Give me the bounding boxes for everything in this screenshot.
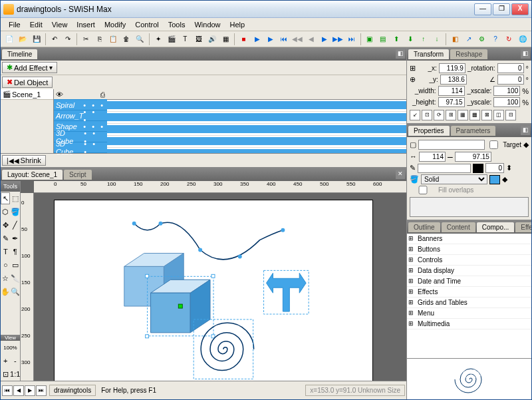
fill-overlaps-checkbox[interactable] (410, 186, 436, 194)
undo-icon[interactable]: ↶ (49, 33, 61, 46)
select-tool-icon[interactable]: ↖ (1, 192, 10, 204)
bwd-icon[interactable]: ↓ (431, 33, 443, 46)
shrink-button[interactable]: |◀◀ Shrink (2, 155, 46, 166)
pen-tool-icon[interactable]: ✒ (11, 232, 20, 244)
layer-row[interactable]: 3D Cube• • • (54, 142, 107, 153)
anchor2-icon[interactable]: ⊡ (422, 110, 432, 120)
script-tab[interactable]: Script (64, 170, 92, 180)
sb-play-icon[interactable]: ▶ (25, 385, 35, 396)
sb-end-icon[interactable]: ⏭ (36, 385, 47, 396)
sb-back-icon[interactable]: ◀ (13, 385, 24, 396)
save-icon[interactable]: 💾 (31, 33, 43, 46)
timeline-tab[interactable]: Timeline (2, 49, 37, 59)
compo-tab[interactable]: Compo... (477, 222, 515, 232)
copy-icon[interactable]: ⎘ (94, 33, 106, 46)
stroke-weight-input[interactable] (485, 163, 504, 173)
export-icon[interactable]: ↗ (462, 33, 474, 46)
front-icon[interactable]: ⬆ (390, 33, 402, 46)
compo-item[interactable]: Effects (407, 287, 531, 298)
back-icon[interactable]: ◀ (305, 33, 317, 46)
anchor5-icon[interactable]: ▦ (458, 110, 468, 120)
close-button[interactable]: X (511, 3, 529, 15)
zoomout-icon[interactable]: - (11, 355, 20, 367)
globe-icon[interactable]: 🌐 (517, 33, 529, 46)
compo-item[interactable]: Controls (407, 255, 531, 266)
ff-icon[interactable]: ▶▶ (332, 33, 344, 46)
refresh-icon[interactable]: ↻ (503, 33, 515, 46)
add-effect-button[interactable]: ✱Add Effect ▾ (2, 62, 57, 73)
timeline-close-icon[interactable]: ◧ (396, 49, 405, 59)
anchor3-icon[interactable]: ⟳ (434, 110, 444, 120)
compo-item[interactable]: Data display (407, 266, 531, 276)
description-box[interactable] (410, 197, 529, 217)
rotation-input[interactable] (497, 63, 524, 73)
zoom-tool-icon[interactable]: 🔍 (11, 286, 20, 298)
menu-control[interactable]: Control (131, 19, 162, 30)
anchor8-icon[interactable]: ◫ (493, 110, 504, 120)
sb-rewind-icon[interactable]: ⏮ (2, 385, 13, 396)
next-frame-icon[interactable]: ⏭ (345, 33, 357, 46)
align-icon[interactable]: ◧ (449, 33, 461, 46)
fill-style-select[interactable]: Solid (421, 174, 487, 184)
menu-help[interactable]: Help (226, 19, 249, 30)
menu-file[interactable]: File (5, 19, 25, 30)
prop-w-input[interactable] (419, 152, 446, 162)
knife-tool-icon[interactable]: 🔪 (11, 272, 20, 284)
redo-icon[interactable]: ↷ (62, 33, 74, 46)
paste-icon[interactable]: 📋 (107, 33, 119, 46)
line-tool-icon[interactable]: ╱ (11, 219, 20, 231)
anchor9-icon[interactable]: ⊟ (505, 110, 516, 120)
scene-row[interactable]: 🎬 Scene_1 (1, 89, 53, 100)
minimize-button[interactable]: — (474, 3, 491, 15)
fill-tool-icon[interactable]: 🪣 (11, 206, 20, 218)
params-tab[interactable]: Parameters (451, 126, 496, 136)
move-tool-icon[interactable]: ✥ (1, 219, 10, 231)
components-tree[interactable]: Banners Buttons Controls Data display Da… (407, 234, 531, 358)
stop-icon[interactable]: ■ (237, 33, 249, 46)
outline-tab[interactable]: Outline (408, 222, 440, 232)
compo-item[interactable]: Grids and Tables (407, 298, 531, 308)
layout-close-icon[interactable]: ✕ (396, 170, 405, 179)
width-input[interactable] (438, 86, 465, 96)
effect-tab[interactable]: Effect (515, 222, 531, 232)
menu-edit[interactable]: Edit (26, 19, 47, 30)
transform-close-icon[interactable]: ◧ (521, 49, 530, 59)
prev-frame-icon[interactable]: ⏮ (278, 33, 290, 46)
fit-icon[interactable]: ⊡ (1, 368, 10, 380)
anchor1-icon[interactable]: ↙ (410, 110, 420, 120)
tools-icon[interactable]: ⚙ (476, 33, 488, 46)
fwd-icon[interactable]: ▶ (319, 33, 331, 46)
menu-modify[interactable]: Modify (100, 19, 130, 30)
layout-tab[interactable]: Layout: Scene_1 (2, 170, 63, 180)
pencil-tool-icon[interactable]: ✎ (1, 232, 10, 244)
text-icon[interactable]: T (179, 33, 191, 46)
help-icon[interactable]: ? (489, 33, 501, 46)
play-effect-icon[interactable]: ▶ (265, 33, 277, 46)
menu-view[interactable]: View (48, 19, 72, 30)
fill-color-swatch[interactable] (489, 175, 500, 184)
compo-item[interactable]: Buttons (407, 244, 531, 255)
height-input[interactable] (438, 97, 465, 107)
paragraph-tool-icon[interactable]: ¶ (11, 246, 20, 258)
skew-input[interactable] (497, 75, 524, 85)
shape-tool-icon[interactable]: ☆ (1, 272, 10, 284)
menu-window[interactable]: Window (190, 19, 224, 30)
properties-close-icon[interactable]: ◧ (521, 126, 530, 135)
name-input[interactable] (418, 140, 485, 150)
ungroup-icon[interactable]: ▤ (377, 33, 389, 46)
new-icon[interactable]: 📄 (3, 33, 15, 46)
edit-fill-icon[interactable]: ◆ (502, 175, 507, 184)
del-object-button[interactable]: ✖Del Object (2, 77, 53, 88)
fwd2-icon[interactable]: ↑ (418, 33, 430, 46)
timeline-tracks[interactable] (107, 89, 406, 153)
menu-insert[interactable]: Insert (72, 19, 99, 30)
insert-icon[interactable]: ✦ (152, 33, 164, 46)
layer-row[interactable]: Arrow_T• • • (54, 110, 107, 121)
zoom-level[interactable]: 100% (1, 341, 20, 353)
stroke-color-swatch[interactable] (473, 164, 483, 173)
open-icon[interactable]: 📂 (17, 33, 29, 46)
group-icon[interactable]: ▣ (364, 33, 376, 46)
anchor6-icon[interactable]: ▩ (469, 110, 480, 120)
delete-icon[interactable]: 🗑 (120, 33, 132, 46)
properties-tab[interactable]: Properties (408, 126, 450, 136)
